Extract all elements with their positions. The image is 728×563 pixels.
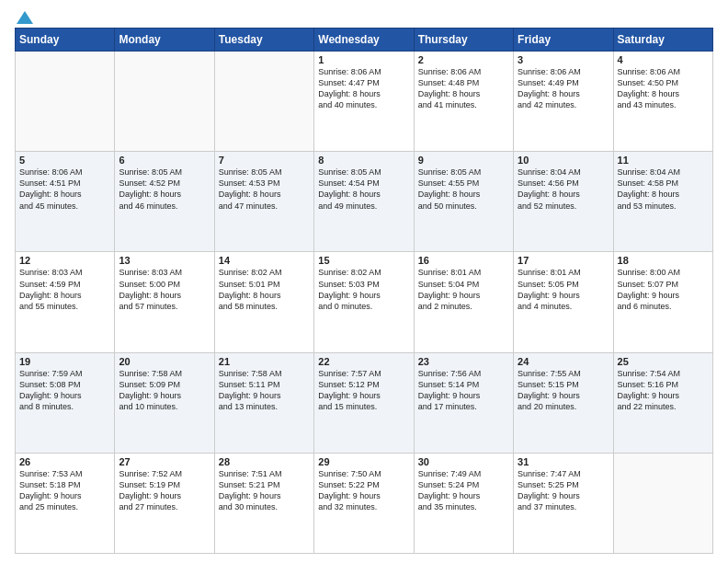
day-info: Sunrise: 8:01 AMSunset: 5:05 PMDaylight:… bbox=[518, 267, 609, 312]
calendar-cell: 10Sunrise: 8:04 AMSunset: 4:56 PMDayligh… bbox=[514, 152, 613, 252]
day-number: 3 bbox=[518, 54, 609, 65]
col-header-thursday: Thursday bbox=[414, 29, 513, 52]
calendar-cell: 16Sunrise: 8:01 AMSunset: 5:04 PMDayligh… bbox=[414, 252, 513, 352]
day-number: 27 bbox=[119, 456, 210, 467]
calendar-week-4: 19Sunrise: 7:59 AMSunset: 5:08 PMDayligh… bbox=[16, 352, 713, 453]
day-number: 6 bbox=[119, 155, 210, 166]
day-info: Sunrise: 8:02 AMSunset: 5:03 PMDaylight:… bbox=[318, 267, 409, 312]
calendar-cell: 5Sunrise: 8:06 AMSunset: 4:51 PMDaylight… bbox=[16, 152, 115, 252]
calendar-week-3: 12Sunrise: 8:03 AMSunset: 4:59 PMDayligh… bbox=[16, 252, 713, 352]
day-info: Sunrise: 7:59 AMSunset: 5:08 PMDaylight:… bbox=[19, 368, 110, 413]
day-info: Sunrise: 7:52 AMSunset: 5:19 PMDaylight:… bbox=[119, 468, 210, 513]
calendar-cell: 15Sunrise: 8:02 AMSunset: 5:03 PMDayligh… bbox=[314, 252, 414, 352]
day-info: Sunrise: 8:05 AMSunset: 4:53 PMDaylight:… bbox=[219, 167, 310, 212]
day-info: Sunrise: 8:05 AMSunset: 4:54 PMDaylight:… bbox=[318, 167, 409, 212]
day-number: 24 bbox=[518, 356, 609, 367]
calendar-cell: 20Sunrise: 7:58 AMSunset: 5:09 PMDayligh… bbox=[115, 352, 214, 453]
day-info: Sunrise: 7:55 AMSunset: 5:15 PMDaylight:… bbox=[518, 368, 609, 413]
calendar-cell: 1Sunrise: 8:06 AMSunset: 4:47 PMDaylight… bbox=[314, 52, 414, 152]
calendar-cell: 21Sunrise: 7:58 AMSunset: 5:11 PMDayligh… bbox=[214, 352, 313, 453]
calendar-cell: 19Sunrise: 7:59 AMSunset: 5:08 PMDayligh… bbox=[16, 352, 115, 453]
calendar-cell: 22Sunrise: 7:57 AMSunset: 5:12 PMDayligh… bbox=[314, 352, 414, 453]
day-info: Sunrise: 8:04 AMSunset: 4:56 PMDaylight:… bbox=[518, 167, 609, 212]
day-info: Sunrise: 7:47 AMSunset: 5:25 PMDaylight:… bbox=[518, 468, 609, 513]
day-info: Sunrise: 7:56 AMSunset: 5:14 PMDaylight:… bbox=[418, 368, 509, 413]
day-info: Sunrise: 7:51 AMSunset: 5:21 PMDaylight:… bbox=[219, 468, 310, 513]
calendar-cell: 29Sunrise: 7:50 AMSunset: 5:22 PMDayligh… bbox=[314, 453, 414, 553]
day-number: 8 bbox=[318, 155, 409, 166]
calendar-cell: 18Sunrise: 8:00 AMSunset: 5:07 PMDayligh… bbox=[613, 252, 712, 352]
day-info: Sunrise: 8:06 AMSunset: 4:47 PMDaylight:… bbox=[318, 66, 409, 111]
calendar-table: SundayMondayTuesdayWednesdayThursdayFrid… bbox=[15, 28, 713, 554]
calendar-cell bbox=[613, 453, 712, 553]
col-header-wednesday: Wednesday bbox=[314, 29, 414, 52]
day-number: 25 bbox=[618, 356, 709, 367]
calendar-week-5: 26Sunrise: 7:53 AMSunset: 5:18 PMDayligh… bbox=[16, 453, 713, 553]
day-info: Sunrise: 7:53 AMSunset: 5:18 PMDaylight:… bbox=[19, 468, 110, 513]
calendar-cell: 13Sunrise: 8:03 AMSunset: 5:00 PMDayligh… bbox=[115, 252, 214, 352]
day-info: Sunrise: 8:05 AMSunset: 4:55 PMDaylight:… bbox=[418, 167, 509, 212]
day-info: Sunrise: 7:58 AMSunset: 5:11 PMDaylight:… bbox=[219, 368, 310, 413]
day-info: Sunrise: 8:00 AMSunset: 5:07 PMDaylight:… bbox=[618, 267, 709, 312]
calendar-cell: 7Sunrise: 8:05 AMSunset: 4:53 PMDaylight… bbox=[214, 152, 313, 252]
day-number: 2 bbox=[418, 54, 509, 65]
calendar-cell: 11Sunrise: 8:04 AMSunset: 4:58 PMDayligh… bbox=[613, 152, 712, 252]
day-number: 29 bbox=[318, 456, 409, 467]
day-number: 28 bbox=[219, 456, 310, 467]
calendar-cell bbox=[115, 52, 214, 152]
day-number: 14 bbox=[219, 255, 310, 266]
col-header-monday: Monday bbox=[115, 29, 214, 52]
day-number: 11 bbox=[618, 155, 709, 166]
day-info: Sunrise: 8:06 AMSunset: 4:49 PMDaylight:… bbox=[518, 66, 609, 111]
day-info: Sunrise: 7:54 AMSunset: 5:16 PMDaylight:… bbox=[618, 368, 709, 413]
calendar-cell: 12Sunrise: 8:03 AMSunset: 4:59 PMDayligh… bbox=[16, 252, 115, 352]
day-number: 5 bbox=[19, 155, 110, 166]
day-info: Sunrise: 8:01 AMSunset: 5:04 PMDaylight:… bbox=[418, 267, 509, 312]
calendar-cell: 23Sunrise: 7:56 AMSunset: 5:14 PMDayligh… bbox=[414, 352, 513, 453]
day-number: 20 bbox=[119, 356, 210, 367]
calendar-cell: 30Sunrise: 7:49 AMSunset: 5:24 PMDayligh… bbox=[414, 453, 513, 553]
day-number: 1 bbox=[318, 54, 409, 65]
calendar-cell: 2Sunrise: 8:06 AMSunset: 4:48 PMDaylight… bbox=[414, 52, 513, 152]
calendar-cell: 8Sunrise: 8:05 AMSunset: 4:54 PMDaylight… bbox=[314, 152, 414, 252]
col-header-tuesday: Tuesday bbox=[214, 29, 313, 52]
day-number: 12 bbox=[19, 255, 110, 266]
day-info: Sunrise: 8:06 AMSunset: 4:48 PMDaylight:… bbox=[418, 66, 509, 111]
day-info: Sunrise: 7:49 AMSunset: 5:24 PMDaylight:… bbox=[418, 468, 509, 513]
calendar-cell: 14Sunrise: 8:02 AMSunset: 5:01 PMDayligh… bbox=[214, 252, 313, 352]
day-info: Sunrise: 8:04 AMSunset: 4:58 PMDaylight:… bbox=[618, 167, 709, 212]
day-number: 19 bbox=[19, 356, 110, 367]
day-info: Sunrise: 7:57 AMSunset: 5:12 PMDaylight:… bbox=[318, 368, 409, 413]
logo-icon bbox=[17, 9, 33, 26]
calendar-week-1: 1Sunrise: 8:06 AMSunset: 4:47 PMDaylight… bbox=[16, 52, 713, 152]
day-number: 4 bbox=[618, 54, 709, 65]
day-number: 31 bbox=[518, 456, 609, 467]
day-info: Sunrise: 8:03 AMSunset: 4:59 PMDaylight:… bbox=[19, 267, 110, 312]
day-number: 18 bbox=[618, 255, 709, 266]
calendar-cell: 3Sunrise: 8:06 AMSunset: 4:49 PMDaylight… bbox=[514, 52, 613, 152]
logo-area bbox=[15, 9, 33, 22]
day-number: 21 bbox=[219, 356, 310, 367]
day-number: 26 bbox=[19, 456, 110, 467]
col-header-saturday: Saturday bbox=[613, 29, 712, 52]
day-number: 23 bbox=[418, 356, 509, 367]
calendar-cell bbox=[16, 52, 115, 152]
col-header-friday: Friday bbox=[514, 29, 613, 52]
day-info: Sunrise: 7:58 AMSunset: 5:09 PMDaylight:… bbox=[119, 368, 210, 413]
calendar-cell: 28Sunrise: 7:51 AMSunset: 5:21 PMDayligh… bbox=[214, 453, 313, 553]
calendar-cell: 25Sunrise: 7:54 AMSunset: 5:16 PMDayligh… bbox=[613, 352, 712, 453]
calendar-header-row: SundayMondayTuesdayWednesdayThursdayFrid… bbox=[16, 29, 713, 52]
svg-marker-0 bbox=[17, 11, 33, 24]
day-number: 7 bbox=[219, 155, 310, 166]
day-number: 22 bbox=[318, 356, 409, 367]
calendar-week-2: 5Sunrise: 8:06 AMSunset: 4:51 PMDaylight… bbox=[16, 152, 713, 252]
day-number: 30 bbox=[418, 456, 509, 467]
calendar-cell: 31Sunrise: 7:47 AMSunset: 5:25 PMDayligh… bbox=[514, 453, 613, 553]
day-number: 10 bbox=[518, 155, 609, 166]
day-number: 13 bbox=[119, 255, 210, 266]
day-info: Sunrise: 8:06 AMSunset: 4:50 PMDaylight:… bbox=[618, 66, 709, 111]
day-number: 16 bbox=[418, 255, 509, 266]
calendar-cell: 26Sunrise: 7:53 AMSunset: 5:18 PMDayligh… bbox=[16, 453, 115, 553]
calendar-cell: 17Sunrise: 8:01 AMSunset: 5:05 PMDayligh… bbox=[514, 252, 613, 352]
calendar-cell: 6Sunrise: 8:05 AMSunset: 4:52 PMDaylight… bbox=[115, 152, 214, 252]
